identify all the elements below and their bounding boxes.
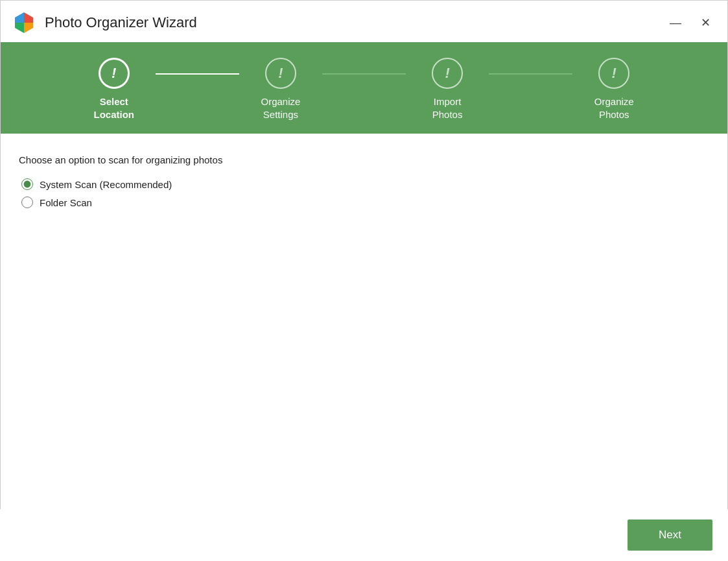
- section-title: Choose an option to scan for organizing …: [19, 154, 709, 165]
- step-organize-settings: ! OrganizeSettings: [239, 58, 323, 121]
- step-organize-photos: ! OrganizePhotos: [572, 58, 656, 121]
- step-label-1: SelectLocation: [94, 95, 135, 121]
- connector-1-2: [156, 73, 239, 75]
- connector-2-3: [322, 73, 406, 75]
- main-content: Choose an option to scan for organizing …: [1, 134, 727, 208]
- minimize-button[interactable]: —: [666, 16, 685, 30]
- close-button[interactable]: ✕: [697, 16, 714, 30]
- app-logo-icon: [11, 10, 37, 36]
- step-select-location: ! SelectLocation: [73, 58, 156, 121]
- connector-3-4: [489, 73, 572, 75]
- step-circle-4: !: [598, 58, 629, 89]
- system-scan-label: System Scan (Recommended): [40, 179, 172, 190]
- step-label-4: OrganizePhotos: [594, 95, 634, 121]
- window-controls: — ✕: [666, 16, 714, 30]
- stepper-bar: ! SelectLocation ! OrganizeSettings ! Im…: [1, 42, 727, 134]
- step-circle-1: !: [99, 58, 130, 89]
- folder-scan-label: Folder Scan: [40, 197, 92, 208]
- app-title: Photo Organizer Wizard: [45, 14, 197, 31]
- scan-options-group: System Scan (Recommended) Folder Scan: [19, 178, 709, 208]
- folder-scan-radio[interactable]: [21, 197, 33, 208]
- footer: Next: [0, 509, 728, 561]
- next-button[interactable]: Next: [628, 519, 712, 551]
- step-label-2: OrganizeSettings: [261, 95, 301, 121]
- folder-scan-option[interactable]: Folder Scan: [21, 197, 709, 208]
- system-scan-radio[interactable]: [21, 178, 33, 190]
- step-import-photos: ! ImportPhotos: [406, 58, 489, 121]
- step-circle-2: !: [265, 58, 296, 89]
- system-scan-option[interactable]: System Scan (Recommended): [21, 178, 709, 190]
- step-label-3: ImportPhotos: [432, 95, 463, 121]
- title-bar: Photo Organizer Wizard — ✕: [1, 1, 727, 42]
- title-bar-left: Photo Organizer Wizard: [11, 10, 197, 36]
- stepper-track: ! SelectLocation ! OrganizeSettings ! Im…: [73, 58, 656, 121]
- step-circle-3: !: [432, 58, 463, 89]
